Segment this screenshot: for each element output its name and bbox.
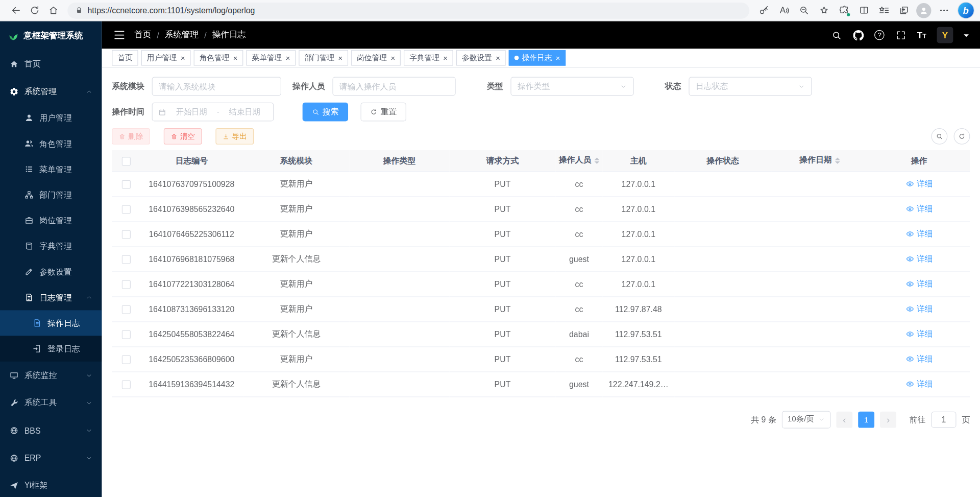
header-search-icon[interactable] <box>831 30 842 41</box>
tab-close-icon[interactable]: × <box>556 54 560 62</box>
tab-department-management[interactable]: 部门管理× <box>299 50 348 66</box>
detail-link[interactable]: 详细 <box>905 253 933 264</box>
sort-asc-icon[interactable] <box>594 155 599 160</box>
sidebar-item-param-settings[interactable]: 参数设置 <box>0 259 102 285</box>
font-size-icon[interactable]: TT <box>917 31 926 39</box>
sidebar-item-yi-framework[interactable]: Yi框架 <box>0 471 102 497</box>
browser-menu-icon[interactable] <box>935 1 953 20</box>
row-checkbox[interactable] <box>121 205 130 214</box>
sidebar-item-home[interactable]: 首页 <box>0 50 102 78</box>
sort-control[interactable] <box>835 155 840 167</box>
search-button[interactable]: 搜索 <box>303 103 348 122</box>
row-checkbox[interactable] <box>121 230 130 239</box>
detail-link[interactable]: 详细 <box>905 378 933 389</box>
sidebar-item-operation-log[interactable]: 操作日志 <box>0 310 102 336</box>
sort-asc-icon[interactable] <box>835 155 840 160</box>
fullscreen-icon[interactable] <box>895 30 906 41</box>
sidebar-item-dict-management[interactable]: 字典管理 <box>0 233 102 259</box>
detail-link[interactable]: 详细 <box>905 353 933 364</box>
tab-close-icon[interactable]: × <box>496 54 500 62</box>
delete-button[interactable]: 删除 <box>112 128 150 145</box>
detail-link[interactable]: 详细 <box>905 278 933 289</box>
hamburger-icon[interactable] <box>113 29 126 41</box>
github-icon[interactable] <box>853 30 864 41</box>
home-button[interactable] <box>44 1 63 20</box>
password-key-icon[interactable] <box>754 1 773 20</box>
address-bar[interactable]: https://ccnetcore.com:1101/system/log/op… <box>67 2 749 18</box>
goto-page-input[interactable] <box>931 411 956 428</box>
tab-close-icon[interactable]: × <box>233 54 238 62</box>
tab-user-management[interactable]: 用户管理× <box>141 50 191 66</box>
browser-profile-avatar[interactable] <box>914 1 933 20</box>
detail-link[interactable]: 详细 <box>905 203 933 214</box>
toggle-search-button[interactable] <box>931 128 947 145</box>
sidebar-item-department-management[interactable]: 部门管理 <box>0 182 102 207</box>
tab-close-icon[interactable]: × <box>443 54 448 62</box>
sidebar-item-menu-management[interactable]: 菜单管理 <box>0 156 102 182</box>
tab-close-icon[interactable]: × <box>390 54 395 62</box>
row-checkbox[interactable] <box>121 305 130 314</box>
next-page-button[interactable]: › <box>880 411 896 428</box>
sidebar-item-system-monitor[interactable]: 系统监控 <box>0 362 102 389</box>
detail-link[interactable]: 详细 <box>905 228 933 239</box>
detail-link[interactable]: 详细 <box>905 303 933 314</box>
tab-post-management[interactable]: 岗位管理× <box>351 50 401 66</box>
tab-close-icon[interactable]: × <box>181 54 185 62</box>
sort-control[interactable] <box>594 155 599 167</box>
reload-button[interactable] <box>25 1 44 20</box>
tab-menu-management[interactable]: 菜单管理× <box>246 50 296 66</box>
sort-desc-icon[interactable] <box>594 161 599 167</box>
refresh-table-button[interactable] <box>954 128 970 145</box>
page-size-select[interactable]: 10条/页 <box>782 411 831 428</box>
user-avatar[interactable]: Y <box>937 27 953 43</box>
bing-icon[interactable]: b <box>958 3 974 18</box>
module-input[interactable] <box>152 77 281 96</box>
sidebar-item-user-management[interactable]: 用户管理 <box>0 105 102 131</box>
sidebar-item-system-tools[interactable]: 系统工具 <box>0 389 102 417</box>
breadcrumb-item[interactable]: 系统管理 <box>165 30 199 41</box>
row-checkbox[interactable] <box>121 380 130 389</box>
clear-button[interactable]: 清空 <box>164 128 202 145</box>
row-checkbox[interactable] <box>121 255 130 264</box>
row-checkbox[interactable] <box>121 355 130 364</box>
select-all-checkbox[interactable] <box>121 157 130 165</box>
collections-icon[interactable] <box>894 1 913 20</box>
read-aloud-icon[interactable] <box>774 1 793 20</box>
sort-desc-icon[interactable] <box>835 161 840 167</box>
row-checkbox[interactable] <box>121 280 130 289</box>
favorites-bar-icon[interactable] <box>874 1 893 20</box>
sidebar-item-log-management[interactable]: 日志管理 <box>0 285 102 310</box>
tab-role-management[interactable]: 角色管理× <box>194 50 243 66</box>
status-select[interactable]: 日志状态 <box>689 77 812 96</box>
page-1-button[interactable]: 1 <box>858 411 874 428</box>
sidebar-item-erp[interactable]: ERP <box>0 444 102 471</box>
sidebar-item-bbs[interactable]: BBS <box>0 417 102 444</box>
prev-page-button[interactable]: ‹ <box>836 411 852 428</box>
extensions-icon[interactable] <box>835 1 853 20</box>
detail-link[interactable]: 详细 <box>905 178 933 189</box>
tab-operation-log[interactable]: 操作日志× <box>509 50 566 66</box>
tab-home[interactable]: 首页 <box>112 50 138 66</box>
tab-dict-management[interactable]: 字典管理× <box>404 50 453 66</box>
sidebar-item-login-log[interactable]: 登录日志 <box>0 336 102 362</box>
tab-param-settings[interactable]: 参数设置× <box>456 50 506 66</box>
reset-button[interactable]: 重置 <box>361 103 406 122</box>
row-checkbox[interactable] <box>121 180 130 188</box>
row-checkbox[interactable] <box>121 330 130 339</box>
tab-close-icon[interactable]: × <box>338 54 343 62</box>
type-select[interactable]: 操作类型 <box>510 77 633 96</box>
export-button[interactable]: 导出 <box>215 128 254 145</box>
tab-close-icon[interactable]: × <box>286 54 290 62</box>
avatar-caret-icon[interactable] <box>964 34 969 39</box>
sidebar-item-role-management[interactable]: 角色管理 <box>0 131 102 156</box>
split-screen-icon[interactable] <box>854 1 873 20</box>
operator-input[interactable] <box>332 77 455 96</box>
add-favorite-icon[interactable] <box>815 1 834 20</box>
back-button[interactable] <box>6 1 25 20</box>
sidebar-item-system-management[interactable]: 系统管理 <box>0 78 102 105</box>
zoom-icon[interactable] <box>794 1 813 20</box>
detail-link[interactable]: 详细 <box>905 328 933 339</box>
date-range-picker[interactable]: 开始日期 - 结束日期 <box>152 103 274 122</box>
breadcrumb-item[interactable]: 首页 <box>134 30 151 41</box>
sidebar-item-post-management[interactable]: 岗位管理 <box>0 208 102 233</box>
